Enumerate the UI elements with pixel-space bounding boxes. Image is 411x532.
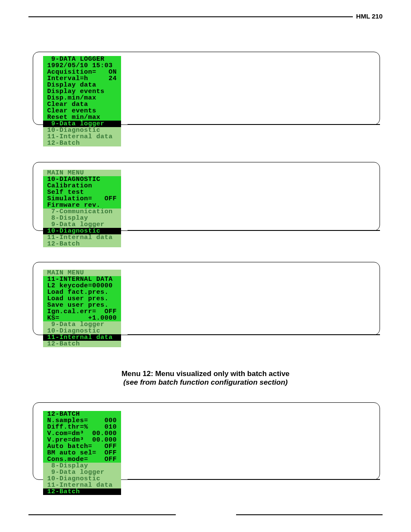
caption-menu-12: Menu 12: Menu visualized only with batch… bbox=[0, 370, 411, 387]
lcd10-line-3: Simulation= OFF bbox=[43, 196, 121, 202]
lcd10-bot-0: 11-Internal data bbox=[43, 234, 121, 241]
lcd10-line-4: Firmware rev. bbox=[43, 202, 121, 208]
header-model-label: HML 210 bbox=[353, 12, 383, 20]
lcd11-bot-0: 12-Batch bbox=[43, 341, 121, 347]
panel-menu-9-rule bbox=[128, 124, 380, 125]
lcd12-dim-1: 9-Data logger bbox=[43, 469, 121, 476]
lcd11-line-1: L2 keycode=00000 bbox=[43, 283, 121, 289]
lcd12-dim-0: 8-Display bbox=[43, 463, 121, 469]
lcd10-selected: 10-Diagnostic bbox=[43, 228, 121, 234]
lcd12-line-6: BM auto sel= OFF bbox=[43, 450, 121, 456]
lcd9-dim-2: 12-Batch bbox=[43, 140, 121, 146]
lcd9-selected: 9-Data logger bbox=[43, 121, 121, 127]
lcd9-line-6: Disp.min/max bbox=[43, 95, 121, 101]
lcd10-mid-2: 9-Data logger bbox=[43, 221, 121, 228]
lcd9-line-9: Reset min/max bbox=[43, 114, 121, 121]
panel-menu-10-rule bbox=[128, 230, 380, 231]
header-divider bbox=[28, 16, 383, 17]
lcd9-line-2: Acquisition= ON bbox=[43, 69, 121, 75]
lcd-screen-12: 12-BATCH N.samples= 000 Diff.thr=% 010 V… bbox=[43, 411, 121, 495]
lcd9-line-1: 1992/05/10 15:03 bbox=[43, 62, 121, 69]
lcd-screen-11: MAIN MENU 11-INTERNAL DATA L2 keycode=00… bbox=[43, 270, 121, 347]
lcd11-line-0: 11-INTERNAL DATA bbox=[43, 276, 121, 283]
lcd12-line-2: Diff.thr=% 010 bbox=[43, 424, 121, 430]
lcd9-line-0: 9-DATA LOGGER bbox=[43, 56, 121, 62]
lcd11-line-3: Load user pres. bbox=[43, 296, 121, 302]
panel-menu-11-rule bbox=[128, 334, 380, 335]
lcd10-bot-1: 12-Batch bbox=[43, 241, 121, 247]
lcd11-mid-1: 10-Diagnostic bbox=[43, 328, 121, 334]
lcd12-dim-3: 11-Internal data bbox=[43, 482, 121, 488]
lcd10-line-0: 10-DIAGNOSTIC bbox=[43, 176, 121, 183]
lcd11-mid-0: 9-Data logger bbox=[43, 321, 121, 328]
lcd12-line-3: V.com=dm³ 00.000 bbox=[43, 430, 121, 437]
lcd9-line-5: Display events bbox=[43, 88, 121, 95]
lcd10-line-1: Calibration bbox=[43, 183, 121, 189]
lcd10-mid-0: 7-Communication bbox=[43, 208, 121, 215]
lcd12-line-7: Cons.mode= OFF bbox=[43, 456, 121, 463]
lcd12-dim-2: 10-Diagnostic bbox=[43, 476, 121, 482]
lcd12-line-5: Auto batch= OFF bbox=[43, 443, 121, 450]
lcd9-line-8: Clear events bbox=[43, 108, 121, 114]
lcd12-line-1: N.samples= 000 bbox=[43, 417, 121, 424]
lcd10-line-2: Self test bbox=[43, 189, 121, 196]
lcd11-line-6: KS= +1.0000 bbox=[43, 315, 121, 321]
lcd9-dim-1: 11-Internal data bbox=[43, 134, 121, 140]
footer-rule-right bbox=[236, 514, 383, 515]
lcd12-selected: 12-Batch bbox=[43, 488, 121, 495]
lcd-screen-10: MAIN MENU 10-DIAGNOSTIC Calibration Self… bbox=[43, 170, 121, 247]
lcd10-mid-1: 8-Display bbox=[43, 215, 121, 221]
lcd11-selected: 11-Internal data bbox=[43, 334, 121, 341]
caption-line-1: Menu 12: Menu visualized only with batch… bbox=[0, 370, 411, 378]
lcd9-line-3: Interval=h 24 bbox=[43, 75, 121, 82]
lcd10-top-0: MAIN MENU bbox=[43, 170, 121, 176]
lcd-screen-9: 9-DATA LOGGER 1992/05/10 15:03 Acquisiti… bbox=[43, 56, 121, 146]
lcd12-line-0: 12-BATCH bbox=[43, 411, 121, 417]
footer-rule-left bbox=[28, 514, 176, 515]
lcd9-line-4: Display data bbox=[43, 82, 121, 88]
lcd11-line-4: Save user pres. bbox=[43, 302, 121, 308]
panel-menu-12-rule bbox=[128, 479, 380, 480]
lcd9-line-7: Clear data bbox=[43, 101, 121, 108]
lcd12-line-4: V.pre=dm³ 00.000 bbox=[43, 437, 121, 443]
lcd11-line-2: Load fact.pres. bbox=[43, 289, 121, 296]
lcd11-line-5: Ign.cal.err= OFF bbox=[43, 308, 121, 315]
lcd9-dim-0: 10-Diagnostic bbox=[43, 127, 121, 134]
caption-line-2: (see from batch function configuration s… bbox=[0, 378, 411, 387]
lcd11-top-0: MAIN MENU bbox=[43, 270, 121, 276]
